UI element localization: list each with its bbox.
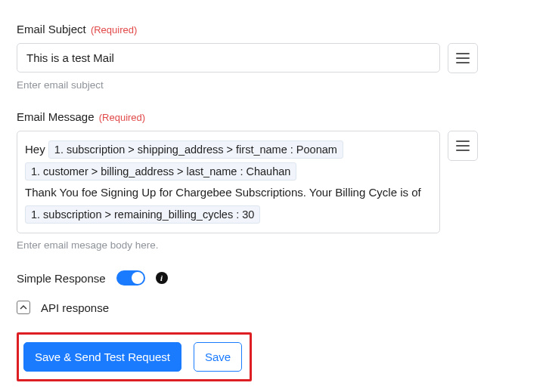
- simple-response-row: Simple Response i: [17, 270, 532, 286]
- email-message-group: Email Message (Required) Hey 1. subscrip…: [17, 110, 532, 251]
- token-lastname[interactable]: 1. customer > billing_address > last_nam…: [25, 162, 296, 181]
- save-button[interactable]: Save: [194, 342, 242, 372]
- email-subject-input-row: [17, 43, 532, 73]
- api-response-collapse-button[interactable]: [17, 301, 30, 314]
- hamburger-icon: [456, 140, 470, 142]
- subject-options-button[interactable]: [448, 43, 478, 73]
- email-subject-helper: Enter email subject: [17, 79, 532, 91]
- email-message-label-row: Email Message (Required): [17, 110, 532, 123]
- api-response-row: API response: [17, 301, 532, 314]
- email-subject-label-row: Email Subject (Required): [17, 23, 532, 35]
- hamburger-icon: [456, 53, 470, 54]
- required-indicator: (Required): [91, 24, 137, 35]
- email-subject-label: Email Subject: [17, 23, 86, 35]
- email-subject-group: Email Subject (Required) Enter email sub…: [17, 23, 532, 91]
- message-text: Thank You foe Signing Up for Chargebee S…: [25, 186, 421, 199]
- email-message-helper: Enter email mesage body here.: [17, 239, 532, 251]
- save-and-send-test-button[interactable]: Save & Send Test Request: [23, 342, 181, 372]
- simple-response-label: Simple Response: [17, 272, 106, 285]
- api-response-label: API response: [41, 301, 109, 314]
- email-message-editor[interactable]: Hey 1. subscription > shipping_address >…: [17, 131, 440, 233]
- email-message-label: Email Message: [17, 110, 95, 123]
- chevron-up-icon: [20, 304, 27, 311]
- message-options-button[interactable]: [448, 131, 478, 161]
- action-button-row: Save & Send Test Request Save: [17, 332, 252, 381]
- token-billing-cycles[interactable]: 1. subscription > remaining_billing_cycl…: [25, 205, 260, 224]
- message-text: Hey: [25, 143, 48, 156]
- toggle-knob-icon: [132, 272, 144, 284]
- simple-response-toggle[interactable]: [116, 270, 145, 286]
- required-indicator: (Required): [99, 112, 145, 123]
- email-message-input-row: Hey 1. subscription > shipping_address >…: [17, 131, 532, 233]
- token-firstname[interactable]: 1. subscription > shipping_address > fir…: [48, 140, 343, 159]
- email-subject-input[interactable]: [17, 43, 440, 73]
- info-icon[interactable]: i: [156, 272, 168, 284]
